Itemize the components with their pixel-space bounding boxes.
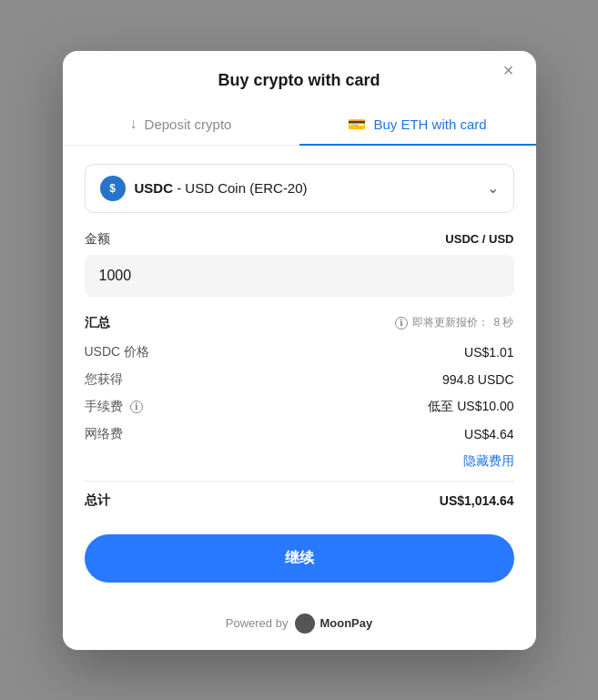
coin-selector-left: $ USDC - USD Coin (ERC-20) [100,176,308,201]
modal-body: $ USDC - USD Coin (ERC-20) ⌄ 金额 USDC / U… [63,146,536,601]
tab-deposit-label: Deposit crypto [145,117,232,132]
amount-label: 金额 [85,231,110,248]
continue-button[interactable]: 继续 [85,534,514,583]
network-label: 网络费 [85,426,123,442]
coin-selector[interactable]: $ USDC - USD Coin (ERC-20) ⌄ [85,164,514,213]
modal-container: Buy crypto with card × ↓ Deposit crypto … [63,51,536,650]
receive-value: 994.8 USDC [442,372,514,387]
moonpay-logo: MoonPay [295,614,372,634]
info-icon: ℹ [395,317,408,330]
total-label: 总计 [85,492,110,509]
deposit-icon: ↓ [130,116,137,132]
summary-row-receive: 您获得 994.8 USDC [85,371,514,388]
close-button[interactable]: × [500,57,518,83]
total-row: 总计 US$1,014.64 [85,492,514,509]
modal-title: Buy crypto with card [218,71,380,90]
price-label: USDC 价格 [85,344,150,360]
amount-label-row: 金额 USDC / USD [85,231,514,248]
modal-header: Buy crypto with card × [63,51,536,90]
summary-row-fee: 手续费 ℹ 低至 US$10.00 [85,399,514,415]
modal-footer: Powered by MoonPay [63,601,536,650]
summary-header: 汇总 ℹ 即将更新报价： 8 秒 [85,315,514,331]
powered-by-text: Powered by [226,616,289,630]
summary-title: 汇总 [85,315,110,331]
fee-value: 低至 US$10.00 [428,399,513,415]
tab-buy[interactable]: 💳 Buy ETH with card [299,105,536,146]
summary-row-network: 网络费 US$4.64 [85,426,514,442]
moonpay-dot-icon [295,614,315,634]
coin-symbol: USDC [135,180,174,196]
total-value: US$1,014.64 [440,493,514,508]
fee-info-icon: ℹ [130,401,143,413]
amount-section: 金额 USDC / USD [85,231,514,297]
card-icon: 💳 [348,116,366,133]
refresh-info: ℹ 即将更新报价： 8 秒 [395,315,513,330]
refresh-seconds: 8 秒 [493,315,513,330]
coin-name: USDC - USD Coin (ERC-20) [135,180,308,196]
summary-section: 汇总 ℹ 即将更新报价： 8 秒 USDC 价格 US$1.01 您获得 994… [85,315,514,509]
receive-label: 您获得 [85,371,123,388]
tab-bar: ↓ Deposit crypto 💳 Buy ETH with card [63,105,536,146]
summary-row-price: USDC 价格 US$1.01 [85,344,514,360]
hidden-fees-link[interactable]: 隐藏费用 [463,453,514,470]
amount-input[interactable] [85,255,514,297]
summary-row-hidden: 隐藏费用 [85,453,514,470]
fee-label: 手续费 ℹ [85,399,143,415]
price-value: US$1.01 [464,345,513,360]
network-value: US$4.64 [464,427,513,441]
tab-deposit[interactable]: ↓ Deposit crypto [63,105,299,146]
refresh-text: 即将更新报价： [412,315,489,330]
coin-full-name: - USD Coin (ERC-20) [177,180,307,196]
moonpay-brand-name: MoonPay [319,616,372,630]
amount-currency-bold: USD [489,232,513,246]
coin-icon-text: $ [109,182,116,195]
tab-buy-label: Buy ETH with card [373,117,486,132]
chevron-down-icon: ⌄ [487,179,499,197]
amount-currency: USDC / USD [445,232,513,246]
coin-icon: $ [100,176,126,201]
